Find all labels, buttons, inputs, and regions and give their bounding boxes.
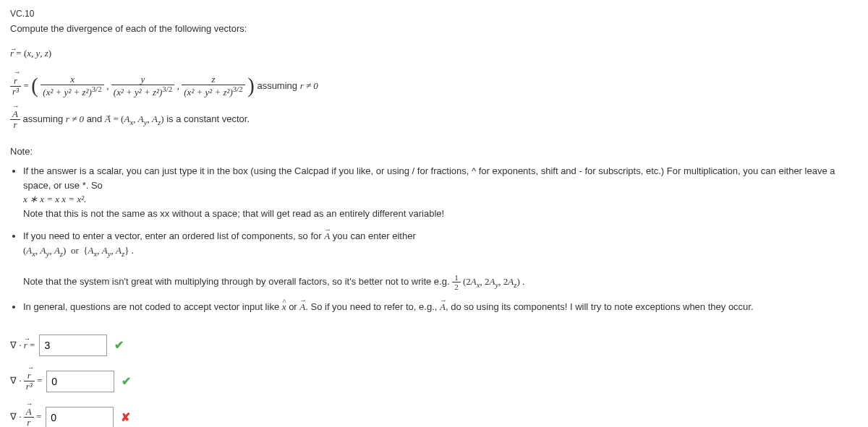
cross-icon: ✘ xyxy=(121,409,130,426)
question-id: VC.10 xyxy=(10,7,858,20)
check-icon: ✔ xyxy=(122,373,131,390)
question-prompt: Compute the divergence of each of the fo… xyxy=(10,22,858,36)
frac-z-component: z (x² + y² + z²)3/2 xyxy=(182,74,244,98)
answer-input-2[interactable] xyxy=(46,371,114,392)
r-ne-0-1: r ≠ 0 xyxy=(300,80,318,91)
answer-input-1[interactable] xyxy=(39,335,107,356)
answer-row-3: ∇ · Ar = ✘ xyxy=(10,407,858,427)
note-item-2: If you need to enter a vector, enter an … xyxy=(23,229,858,291)
constant-vector-text: is a constant vector. xyxy=(166,113,250,124)
note-item-3: In general, questions are not coded to a… xyxy=(23,300,858,314)
assuming-text-2: assuming r ≠ 0 and xyxy=(23,113,105,124)
answer-label-3: ∇ · Ar = xyxy=(10,407,41,427)
answer-row-2: ∇ · rr³ = ✔ xyxy=(10,371,858,392)
assuming-text-1: assuming xyxy=(257,80,299,91)
check-icon: ✔ xyxy=(114,337,124,354)
r-over-r3: r r³ xyxy=(10,76,21,98)
frac-y-component: y (x² + y² + z²)3/2 xyxy=(111,74,174,98)
A-over-r: A r xyxy=(10,109,20,131)
definitions-block: r = (x, y, z) r r³ = ( x (x² + y² + z²)3… xyxy=(10,43,858,131)
answer-row-1: ∇ · r = ✔ xyxy=(10,335,858,356)
frac-x-component: x (x² + y² + z²)3/2 xyxy=(41,74,103,98)
answer-input-3[interactable] xyxy=(46,407,114,427)
note-header: Note: xyxy=(10,145,858,159)
answer-label-1: ∇ · r = xyxy=(10,338,35,353)
note-item-1: If the answer is a scalar, you can just … xyxy=(23,164,858,220)
r-vector-symbol: r xyxy=(10,48,14,59)
answer-label-2: ∇ · rr³ = xyxy=(10,371,42,392)
A-vector-symbol: A xyxy=(105,113,111,124)
notes-list: If the answer is a scalar, you can just … xyxy=(23,164,858,314)
